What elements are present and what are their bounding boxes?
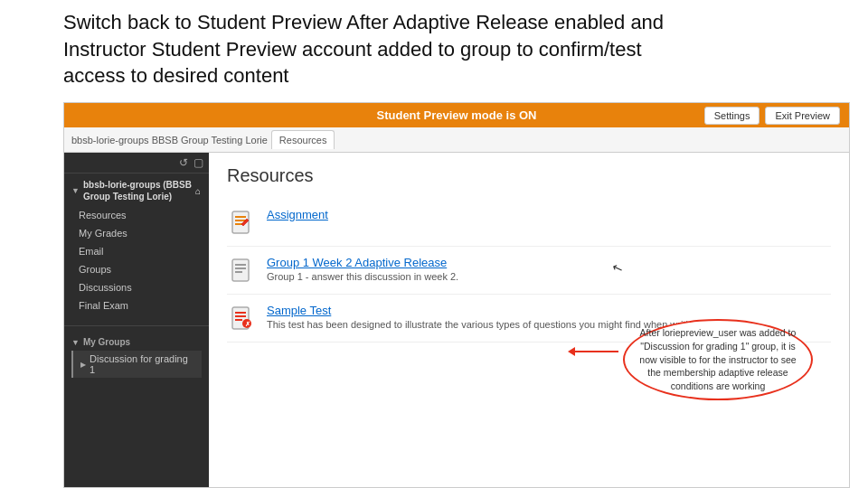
test-icon: ✗ xyxy=(227,304,256,333)
sidebar-item-resources[interactable]: Resources xyxy=(71,206,202,224)
svg-rect-11 xyxy=(235,315,246,317)
svg-text:✗: ✗ xyxy=(245,321,250,327)
main-area: ↺ ▢ ▼ bbsb-lorie-groups (BBSB Group Test… xyxy=(64,153,849,487)
content-title: Resources xyxy=(227,165,831,186)
svg-rect-8 xyxy=(235,271,242,273)
callout-bubble: After loriepreview_user was added to "Di… xyxy=(623,319,813,400)
chevron-down-icon: ▼ xyxy=(71,186,80,195)
svg-rect-7 xyxy=(235,267,246,269)
undo-icon[interactable]: ↺ xyxy=(179,156,188,169)
svg-rect-1 xyxy=(235,216,246,218)
preview-banner-text: Student Preview mode is ON xyxy=(377,108,537,122)
sidebar-my-groups-title: ▼ My Groups xyxy=(71,337,202,347)
group1week2-link[interactable]: Group 1 Week 2 Adaptive Release xyxy=(267,256,447,269)
sidebar: ↺ ▢ ▼ bbsb-lorie-groups (BBSB Group Test… xyxy=(64,153,209,487)
callout-wrapper: After loriepreview_user was added to "Di… xyxy=(623,319,813,400)
resource-info-group1week2: Group 1 Week 2 Adaptive Release Group 1 … xyxy=(267,256,831,282)
my-groups-label: My Groups xyxy=(83,337,130,347)
sidebar-group-label-line2: Group Testing Lorie) xyxy=(83,191,192,202)
sidebar-item-email[interactable]: Email xyxy=(71,242,202,260)
callout-arrow-container xyxy=(573,351,618,352)
sidebar-item-discussions[interactable]: Discussions xyxy=(71,278,202,296)
sidebar-course-group: ▼ bbsb-lorie-groups (BBSB Group Testing … xyxy=(64,174,209,320)
preview-banner-buttons: Settings Exit Preview xyxy=(704,107,840,125)
svg-rect-12 xyxy=(235,319,242,321)
svg-rect-10 xyxy=(235,312,246,314)
exit-preview-button[interactable]: Exit Preview xyxy=(765,107,840,125)
resource-item-group1week2: Group 1 Week 2 Adaptive Release Group 1 … xyxy=(227,247,831,295)
callout-line xyxy=(573,351,618,352)
resource-item-assignment: Assignment xyxy=(227,199,831,247)
svg-rect-5 xyxy=(232,259,249,281)
discussion-icon xyxy=(227,256,256,285)
sampletest-link[interactable]: Sample Test xyxy=(267,304,331,317)
slide-title: Switch back to Student Preview After Ada… xyxy=(63,9,678,89)
content-area: Resources Assignment xyxy=(209,153,849,487)
expand-icon[interactable]: ▢ xyxy=(193,156,203,169)
sidebar-divider xyxy=(64,325,209,326)
chevron-down-icon-groups: ▼ xyxy=(71,338,80,347)
slide-container: Switch back to Student Preview After Ada… xyxy=(0,0,868,488)
triangle-icon: ▶ xyxy=(80,361,86,369)
svg-rect-6 xyxy=(235,264,246,266)
resource-info-assignment: Assignment xyxy=(267,208,831,221)
group-item-label: Discussion for grading 1 xyxy=(90,353,194,375)
sidebar-item-my-grades[interactable]: My Grades xyxy=(71,224,202,242)
sidebar-my-groups: ▼ My Groups ▶ Discussion for grading 1 xyxy=(64,332,209,383)
screenshot-wrapper: Student Preview mode is ON Settings Exit… xyxy=(63,102,850,488)
preview-banner: Student Preview mode is ON Settings Exit… xyxy=(64,103,849,127)
assignment-icon xyxy=(227,208,256,237)
sidebar-group-item-discussion[interactable]: ▶ Discussion for grading 1 xyxy=(71,351,202,378)
sidebar-item-final-exam[interactable]: Final Exam xyxy=(71,296,202,314)
sidebar-item-groups[interactable]: Groups xyxy=(71,260,202,278)
settings-button[interactable]: Settings xyxy=(704,107,760,125)
sidebar-top-icons: ↺ ▢ xyxy=(64,153,209,174)
active-tab[interactable]: Resources xyxy=(271,130,335,149)
home-icon: ⌂ xyxy=(195,186,201,196)
assignment-link[interactable]: Assignment xyxy=(267,208,328,221)
tab-bar: bbsb-lorie-groups BBSB Group Testing Lor… xyxy=(64,127,849,153)
sidebar-group-title: ▼ bbsb-lorie-groups (BBSB Group Testing … xyxy=(71,179,202,202)
callout-arrowhead xyxy=(568,347,575,356)
breadcrumb: bbsb-lorie-groups BBSB Group Testing Lor… xyxy=(71,135,268,145)
group1week2-desc: Group 1 - answer this discussion in week… xyxy=(267,271,831,282)
sidebar-group-label-line1: bbsb-lorie-groups (BBSB xyxy=(83,179,192,191)
sidebar-nav: Resources My Grades Email Groups Discuss… xyxy=(71,206,202,314)
